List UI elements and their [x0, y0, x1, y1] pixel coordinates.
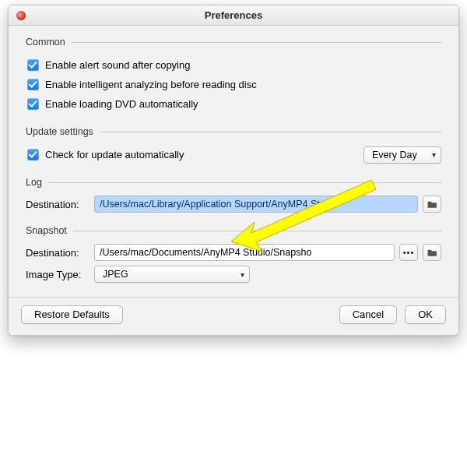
snap-dest-label: Destination: [26, 247, 94, 259]
opt-check-update-auto[interactable]: Check for update automatically [26, 145, 185, 164]
preferences-window: Preferences Common Enable alert sound af… [8, 5, 459, 336]
dialog-body: Common Enable alert sound after copying … [9, 26, 458, 297]
log-dest-field[interactable]: /Users/mac/Library/Application Support/A… [94, 196, 418, 213]
group-legend-common: Common [26, 37, 441, 48]
chevron-down-icon: ▾ [432, 150, 436, 159]
ellipsis-icon: ••• [403, 248, 415, 257]
log-dest-label: Destination: [26, 199, 94, 210]
imgtype-select[interactable]: JPEG ▾ [94, 266, 250, 283]
ok-button[interactable]: OK [405, 305, 446, 324]
snap-dest-field[interactable]: /Users/mac/Documents/AnyMP4 Studio/Snaps… [94, 244, 395, 261]
restore-defaults-button[interactable]: Restore Defaults [21, 305, 123, 324]
checkbox-icon[interactable] [27, 149, 39, 160]
opt-load-dvd-auto[interactable]: Enable loading DVD automatically [26, 94, 441, 114]
group-update: Update settings Check for update automat… [26, 126, 441, 164]
browse-snapshot-button[interactable] [423, 244, 441, 261]
opt-label: Enable intelligent analyzing before read… [45, 79, 257, 90]
more-button[interactable]: ••• [399, 244, 418, 261]
imgtype-label: Image Type: [26, 269, 94, 280]
snapshot-imgtype-row: Image Type: JPEG ▾ [26, 266, 441, 283]
browse-log-button[interactable] [423, 196, 441, 213]
log-destination-row: Destination: /Users/mac/Library/Applicat… [26, 196, 441, 213]
select-value: Every Day [372, 150, 417, 160]
opt-alert-sound[interactable]: Enable alert sound after copying [26, 55, 441, 75]
cancel-button[interactable]: Cancel [339, 305, 397, 324]
close-icon[interactable] [16, 11, 26, 20]
folder-icon [427, 249, 437, 257]
folder-icon [427, 200, 437, 209]
checkbox-icon[interactable] [27, 59, 39, 71]
titlebar: Preferences [9, 5, 458, 26]
group-common: Common Enable alert sound after copying … [26, 37, 441, 114]
group-legend-log: Log [26, 177, 441, 188]
select-value: JPEG [103, 269, 128, 280]
opt-label: Enable loading DVD automatically [45, 98, 198, 110]
window-title: Preferences [205, 9, 262, 21]
group-legend-snapshot: Snapshot [26, 225, 441, 236]
update-interval-select[interactable]: Every Day ▾ [363, 146, 441, 164]
snapshot-destination-row: Destination: /Users/mac/Documents/AnyMP4… [26, 244, 441, 261]
opt-label: Check for update automatically [45, 149, 184, 160]
group-snapshot: Snapshot Destination: /Users/mac/Documen… [26, 225, 441, 283]
dialog-footer: Restore Defaults Cancel OK [9, 297, 458, 335]
opt-intelligent-analyze[interactable]: Enable intelligent analyzing before read… [26, 75, 441, 94]
group-log: Log Destination: /Users/mac/Library/Appl… [26, 177, 441, 213]
chevron-down-icon: ▾ [241, 270, 244, 279]
checkbox-icon[interactable] [27, 79, 39, 90]
group-legend-update: Update settings [26, 126, 441, 137]
opt-label: Enable alert sound after copying [45, 59, 190, 71]
checkbox-icon[interactable] [27, 98, 39, 110]
